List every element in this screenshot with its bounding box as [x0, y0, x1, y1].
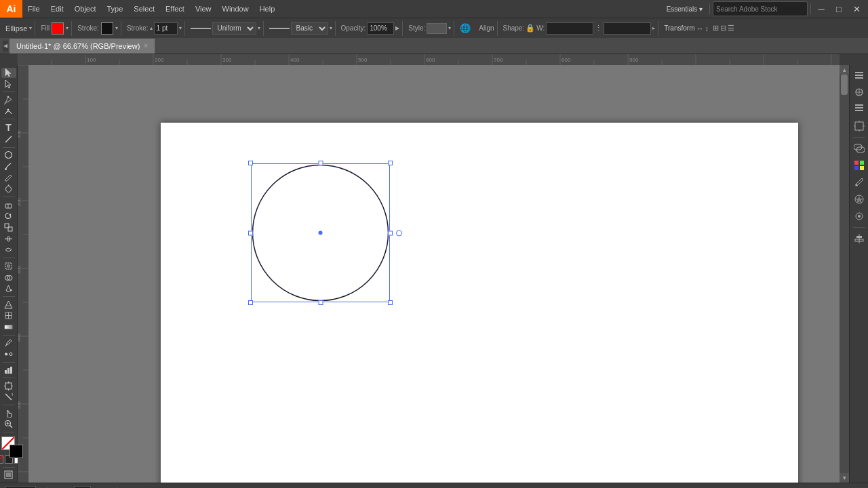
tab-title: Untitled-1* @ 66.67% (RGB/Preview): [16, 42, 140, 50]
handle-tl[interactable]: [248, 161, 253, 165]
canvas-area[interactable]: [28, 65, 840, 483]
stroke-dash-dropdown[interactable]: Uniform: [212, 22, 256, 35]
brush-dropdown[interactable]: Basic: [291, 22, 328, 35]
scroll-track[interactable]: [840, 75, 849, 473]
transform-btn[interactable]: Transform: [664, 24, 694, 32]
blend-tool[interactable]: [1, 349, 16, 359]
transform-icon2[interactable]: ↕: [705, 24, 709, 33]
paintbrush-tool[interactable]: [1, 161, 16, 171]
menu-type[interactable]: Type: [102, 0, 129, 18]
pencil-tool[interactable]: [1, 173, 16, 183]
free-transform-tool[interactable]: [1, 261, 16, 271]
links-btn[interactable]: [852, 141, 867, 156]
column-graph-tool[interactable]: [1, 365, 16, 375]
wh-link-btn[interactable]: ⋮: [595, 24, 602, 33]
line-tool[interactable]: [1, 134, 16, 144]
stroke-swatch[interactable]: [101, 22, 113, 35]
search-stock-input-btn[interactable]: Search Adobe Stock: [713, 1, 808, 16]
handle-tc[interactable]: [318, 161, 323, 165]
stroke-color-box[interactable]: [9, 445, 23, 458]
warp-tool[interactable]: [1, 245, 16, 256]
maximize-btn[interactable]: □: [831, 1, 846, 16]
handle-ml[interactable]: [248, 230, 253, 235]
gradient-tool[interactable]: [1, 322, 16, 332]
lock-proportions-btn[interactable]: 🔒: [526, 24, 535, 33]
color-mode-btn[interactable]: 🌐: [460, 23, 471, 33]
scroll-up-btn[interactable]: ▴: [840, 65, 849, 75]
essentials-dropdown[interactable]: Essentials ▾: [663, 1, 707, 16]
handle-bc[interactable]: [318, 300, 323, 305]
stroke-down-arrow[interactable]: ▾: [179, 25, 182, 31]
shape-width-input[interactable]: 317.949 px: [546, 22, 593, 35]
scroll-thumb[interactable]: [841, 75, 848, 95]
close-btn[interactable]: ✕: [849, 1, 864, 16]
menu-help[interactable]: Help: [254, 0, 281, 18]
align-panel-btn[interactable]: [852, 231, 867, 246]
hand-tool[interactable]: [1, 408, 16, 418]
menu-select[interactable]: Select: [128, 0, 160, 18]
pen-tool[interactable]: [1, 95, 16, 105]
zoom-tool[interactable]: [1, 420, 16, 430]
shape-height-input[interactable]: 317.949 px: [604, 22, 651, 35]
width-tool[interactable]: [1, 234, 16, 244]
ellipse-object[interactable]: [251, 163, 390, 302]
blob-brush-tool[interactable]: [1, 184, 16, 195]
direct-selection-tool[interactable]: [1, 79, 16, 89]
transform-icon1[interactable]: ↔: [696, 24, 703, 33]
menu-file[interactable]: File: [22, 0, 45, 18]
selection-tool[interactable]: [1, 68, 16, 78]
brushes-btn[interactable]: [852, 175, 867, 190]
no-color-btn[interactable]: [0, 455, 3, 464]
fill-swatch[interactable]: [52, 22, 64, 35]
mesh-tool[interactable]: [1, 310, 16, 321]
page-number-input[interactable]: 1: [74, 486, 91, 489]
shape-height-arrow[interactable]: ▸: [652, 25, 655, 31]
stroke-up-arrow[interactable]: ▴: [150, 25, 153, 31]
symbols-btn[interactable]: [852, 192, 867, 207]
vertical-scrollbar[interactable]: ▴ ▾: [840, 65, 849, 483]
svg-line-82: [5, 394, 12, 400]
menu-object[interactable]: Object: [69, 0, 102, 18]
stroke-width-input[interactable]: [154, 22, 178, 35]
handle-br[interactable]: [388, 300, 393, 305]
handle-mr[interactable]: [388, 230, 393, 235]
type-tool[interactable]: T: [1, 122, 16, 133]
opacity-input[interactable]: [367, 22, 394, 35]
handle-tr[interactable]: [388, 161, 393, 165]
eraser-tool[interactable]: [1, 200, 16, 210]
color-swatches: [0, 436, 26, 452]
panel-collapse-btn[interactable]: ◀: [3, 41, 8, 52]
layers-btn[interactable]: [852, 102, 867, 117]
handle-mr-round[interactable]: [396, 230, 402, 236]
rotate-tool[interactable]: [1, 211, 16, 222]
swatches-btn[interactable]: [852, 158, 867, 173]
minimize-btn[interactable]: ─: [814, 1, 829, 16]
tab-close-btn[interactable]: ×: [144, 42, 148, 49]
properties-panel-btn[interactable]: [852, 68, 867, 83]
opacity-arrow[interactable]: ▶: [395, 25, 399, 31]
graphic-styles-btn[interactable]: [852, 209, 867, 224]
toolbar-separator-6: [3, 296, 15, 297]
libraries-btn[interactable]: [852, 85, 867, 100]
document-tab[interactable]: Untitled-1* @ 66.67% (RGB/Preview) ×: [9, 39, 155, 54]
menu-window[interactable]: Window: [217, 0, 254, 18]
slice-tool[interactable]: [1, 392, 16, 403]
menu-effect[interactable]: Effect: [160, 0, 190, 18]
ellipse-tool[interactable]: [1, 150, 16, 160]
handle-bl[interactable]: [248, 300, 253, 305]
eyedropper-tool[interactable]: [1, 338, 16, 348]
screen-mode-btn[interactable]: [1, 470, 16, 480]
artboard-tool[interactable]: [1, 381, 16, 391]
menu-view[interactable]: View: [190, 0, 217, 18]
scale-tool[interactable]: [1, 222, 16, 232]
shape-builder-tool[interactable]: [1, 272, 16, 283]
artboards-btn[interactable]: [852, 119, 867, 134]
curvature-tool[interactable]: [1, 106, 16, 117]
svg-point-37: [7, 96, 9, 98]
shape-width-icon: W:: [536, 24, 545, 32]
live-paint-bucket[interactable]: [1, 283, 16, 293]
menu-edit[interactable]: Edit: [45, 0, 69, 18]
perspective-tool[interactable]: [1, 300, 16, 310]
zoom-input[interactable]: 66.67%: [5, 486, 36, 489]
scroll-down-btn[interactable]: ▾: [840, 473, 849, 483]
